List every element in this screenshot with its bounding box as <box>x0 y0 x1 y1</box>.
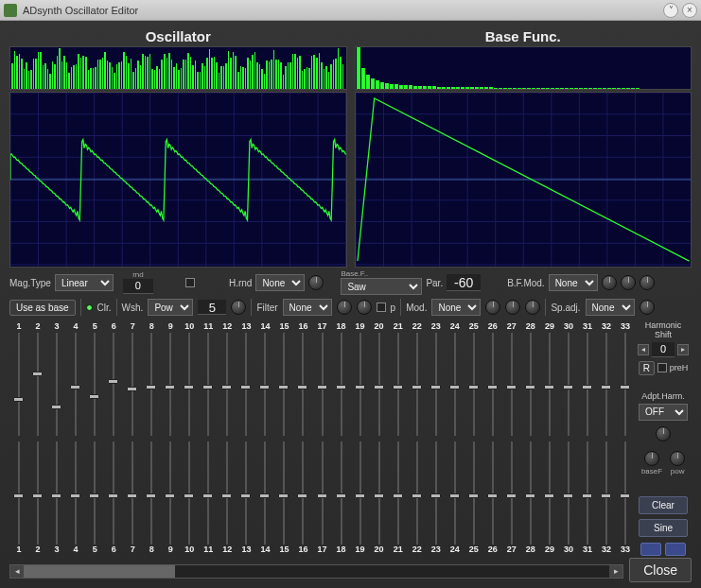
harmonic-mag-slider-8[interactable] <box>142 333 161 436</box>
mod-knob-1[interactable] <box>485 300 500 315</box>
harmonic-phase-slider-26[interactable] <box>483 441 502 545</box>
mod-knob-2[interactable] <box>505 300 520 315</box>
close-window-button[interactable]: × <box>682 3 697 18</box>
harmonic-phase-slider-20[interactable] <box>370 441 389 545</box>
harmonic-phase-slider-23[interactable] <box>427 441 446 545</box>
scroll-right-icon[interactable]: ▸ <box>609 565 622 578</box>
harmshift-left[interactable]: ◂ <box>638 344 649 355</box>
harmonic-mag-slider-24[interactable] <box>446 333 464 436</box>
bfmod-knob-2[interactable] <box>621 275 636 290</box>
use-as-base-button[interactable]: Use as base <box>9 300 76 316</box>
harmonic-phase-slider-3[interactable] <box>47 441 66 545</box>
bfmod-knob-3[interactable] <box>640 275 655 290</box>
harmonic-mag-slider-3[interactable] <box>47 333 66 436</box>
harmonic-phase-slider-5[interactable] <box>85 441 104 545</box>
mod-knob-3[interactable] <box>525 300 540 315</box>
harmonic-mag-slider-32[interactable] <box>597 333 616 436</box>
harmonic-mag-slider-27[interactable] <box>502 333 521 436</box>
harmshift-right[interactable]: ▸ <box>677 344 689 355</box>
close-button[interactable]: Close <box>629 558 692 582</box>
spadj-select[interactable]: None <box>586 299 635 316</box>
preh-checkbox[interactable] <box>657 363 667 372</box>
sine-button[interactable]: Sine <box>639 519 688 537</box>
harmonic-mag-slider-6[interactable] <box>104 333 123 436</box>
rnd-spinner[interactable]: 0 <box>123 279 153 294</box>
pow-knob[interactable] <box>670 451 685 466</box>
harmonic-mag-slider-7[interactable] <box>123 333 142 436</box>
harmonic-phase-slider-13[interactable] <box>237 441 255 545</box>
wsh-par-spinner[interactable]: 5 <box>198 300 226 315</box>
harmonic-mag-slider-15[interactable] <box>274 333 293 436</box>
harmonic-phase-slider-24[interactable] <box>446 441 464 545</box>
harmonic-phase-slider-15[interactable] <box>274 441 293 545</box>
hrnd-knob[interactable] <box>308 275 324 290</box>
harmonic-mag-slider-1[interactable] <box>9 333 28 436</box>
harmonic-mag-slider-31[interactable] <box>578 333 597 436</box>
harmonic-mag-slider-14[interactable] <box>255 333 274 436</box>
scroll-left-icon[interactable]: ◂ <box>10 565 24 578</box>
r-button[interactable]: R <box>639 361 655 375</box>
minimize-button[interactable]: ˅ <box>663 3 678 18</box>
harmonic-mag-slider-13[interactable] <box>237 333 255 436</box>
harmonic-phase-slider-22[interactable] <box>408 441 427 545</box>
harmonic-mag-slider-30[interactable] <box>559 333 578 436</box>
harmonic-phase-slider-4[interactable] <box>66 441 85 545</box>
harmonic-phase-slider-16[interactable] <box>293 441 312 545</box>
par-spinner[interactable]: -60 <box>447 274 481 291</box>
harmonic-phase-slider-29[interactable] <box>540 441 559 545</box>
paste-button[interactable] <box>665 543 686 556</box>
harmonic-phase-slider-2[interactable] <box>28 441 47 545</box>
harmonic-mag-slider-9[interactable] <box>161 333 180 436</box>
magtype-select[interactable]: Linear <box>55 274 114 291</box>
harmonic-phase-slider-21[interactable] <box>389 441 408 545</box>
harmonic-phase-slider-14[interactable] <box>255 441 274 545</box>
harmonic-mag-slider-4[interactable] <box>66 333 85 436</box>
harmonic-phase-slider-12[interactable] <box>218 441 237 545</box>
wsh-select[interactable]: Pow <box>148 299 193 316</box>
harmonic-phase-slider-31[interactable] <box>578 441 597 545</box>
wsh-knob[interactable] <box>231 300 246 315</box>
filter-knob-1[interactable] <box>337 300 352 315</box>
harmonic-mag-slider-18[interactable] <box>332 333 351 436</box>
scroll-thumb[interactable] <box>24 565 175 578</box>
harmonic-mag-slider-22[interactable] <box>408 333 427 436</box>
harmonic-phase-slider-17[interactable] <box>313 441 332 545</box>
harmonic-phase-slider-9[interactable] <box>161 441 180 545</box>
harmonic-phase-slider-32[interactable] <box>597 441 616 545</box>
harmonic-mag-slider-19[interactable] <box>351 333 370 436</box>
harmonic-phase-slider-25[interactable] <box>464 441 483 545</box>
harmonic-mag-slider-25[interactable] <box>464 333 483 436</box>
harmonic-phase-slider-18[interactable] <box>332 441 351 545</box>
harmonic-mag-slider-17[interactable] <box>313 333 332 436</box>
harmonic-phase-slider-7[interactable] <box>123 441 142 545</box>
filter-select[interactable]: None <box>283 299 332 316</box>
harmonic-phase-slider-1[interactable] <box>9 441 28 545</box>
harmonic-mag-slider-5[interactable] <box>85 333 104 436</box>
harmonic-mag-slider-33[interactable] <box>616 333 635 436</box>
harmonic-mag-slider-10[interactable] <box>180 333 199 436</box>
bfmod-select[interactable]: None <box>549 274 598 291</box>
harmonic-phase-slider-30[interactable] <box>559 441 578 545</box>
harmonic-mag-slider-29[interactable] <box>540 333 559 436</box>
harmonic-phase-slider-10[interactable] <box>180 441 199 545</box>
harmonic-mag-slider-12[interactable] <box>218 333 237 436</box>
mod-select[interactable]: None <box>431 299 481 316</box>
harmonic-phase-slider-11[interactable] <box>199 441 218 545</box>
harmonic-phase-slider-28[interactable] <box>521 441 540 545</box>
p-checkbox[interactable] <box>377 303 386 312</box>
spadj-knob[interactable] <box>640 300 655 315</box>
copy-button[interactable] <box>640 543 661 556</box>
adptharm-knob[interactable] <box>656 426 671 441</box>
harmonic-mag-slider-16[interactable] <box>293 333 312 436</box>
harmonics-scrollbar[interactable]: ◂ ▸ <box>9 564 623 579</box>
harmonic-mag-slider-26[interactable] <box>483 333 502 436</box>
harmonic-mag-slider-21[interactable] <box>389 333 408 436</box>
bfmod-knob-1[interactable] <box>602 275 617 290</box>
basef-select[interactable]: Saw <box>341 278 422 295</box>
harmonic-phase-slider-6[interactable] <box>104 441 123 545</box>
harmonic-phase-slider-8[interactable] <box>142 441 161 545</box>
adptharm-select[interactable]: OFF <box>639 404 688 421</box>
harmonic-phase-slider-27[interactable] <box>502 441 521 545</box>
hrnd-select[interactable]: None <box>255 274 305 291</box>
rnd-checkbox[interactable] <box>185 278 195 287</box>
